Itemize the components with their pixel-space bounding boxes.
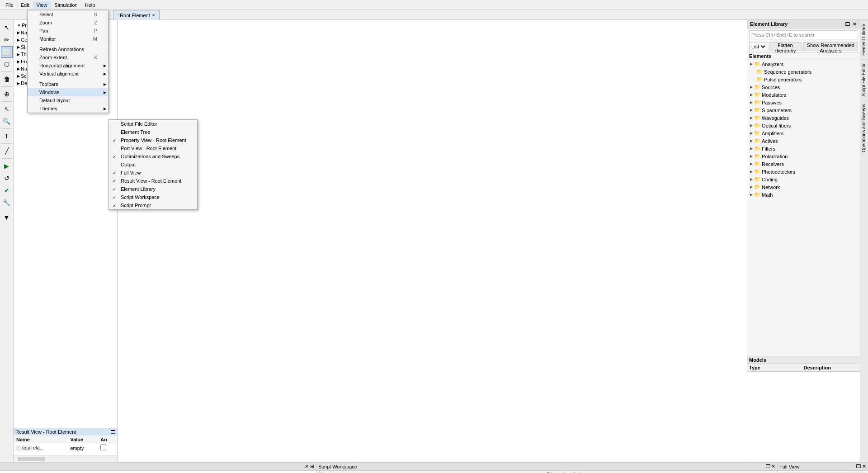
menu-script-file-editor[interactable]: Script File Editor: [109, 120, 197, 128]
elem-waveguides[interactable]: ▶📁Waveguides: [747, 114, 860, 122]
flatten-hierarchy-btn[interactable]: Flatten Hierarchy: [769, 42, 802, 51]
menu-simulation[interactable]: Simulation: [51, 1, 81, 9]
design-canvas[interactable]: [118, 20, 747, 462]
search-input[interactable]: [749, 30, 858, 39]
menu-element-tree[interactable]: Element Tree: [109, 128, 197, 136]
tab-close-btn[interactable]: ✕: [152, 13, 156, 18]
models-col-description: Description: [804, 365, 859, 370]
elem-math[interactable]: ▶📁Math: [747, 191, 860, 199]
models-label: Models: [747, 356, 860, 364]
zoom-icon[interactable]: 🔍: [1, 115, 13, 127]
menu-monitor[interactable]: Monitor M: [28, 35, 108, 43]
menu-themes[interactable]: Themes: [28, 104, 108, 113]
elem-actives[interactable]: ▶📁Actives: [747, 137, 860, 145]
elem-optical-fibers[interactable]: ▶📁Optical fibers: [747, 122, 860, 129]
restore-prompt-btn[interactable]: ⊞: [310, 464, 314, 469]
elem-receivers[interactable]: ▶📁Receivers: [747, 160, 860, 168]
menu-full-view[interactable]: ✓ Full View: [109, 169, 197, 177]
menu-help[interactable]: Help: [81, 1, 99, 9]
menu-script-workspace[interactable]: ✓ Script Workspace: [109, 193, 197, 201]
elem-photodetectors[interactable]: ▶📁Photodetectors: [747, 168, 860, 175]
menu-select[interactable]: Select S: [28, 10, 108, 19]
menu-zoom[interactable]: Zoom Z: [28, 19, 108, 27]
tab-bar: ::Root Element ✕: [0, 10, 868, 20]
models-table-header: Type Description: [747, 364, 860, 372]
elem-passives[interactable]: ▶📁Passives: [747, 99, 860, 106]
elem-analyzers[interactable]: ▶📁Analyzers: [747, 60, 860, 68]
script-prompt-controls: ✕ ⊞: [305, 464, 314, 469]
menu-vert-align[interactable]: Vertical alignment: [28, 70, 108, 78]
menu-port-view[interactable]: Port View - Root Element: [109, 144, 197, 152]
menu-toolbars[interactable]: Toolbars: [28, 80, 108, 88]
elem-network[interactable]: ▶📁Network: [747, 183, 860, 191]
menu-script-prompt[interactable]: ✓ Script Prompt: [109, 201, 197, 209]
view-mode-select[interactable]: List: [749, 42, 767, 51]
select-box-icon[interactable]: ⬜: [1, 46, 13, 58]
vert-tab-script-editor[interactable]: Script File Editor: [860, 59, 868, 100]
menu-horiz-align[interactable]: Horizontal alignment: [28, 61, 108, 70]
menu-property-view[interactable]: ✓ Property View - Root Element: [109, 136, 197, 144]
vert-tab-operations[interactable]: Operations and Sweeps: [860, 100, 868, 156]
element-library-header: Element Library 🗖 ✕: [747, 20, 860, 28]
close-fullview-btn[interactable]: ✕: [862, 464, 866, 469]
result-table: Name Value An ⬡ total ela... empty: [14, 435, 117, 453]
close-library-btn[interactable]: ✕: [852, 22, 857, 27]
menu-element-library[interactable]: ✓ Element Library: [109, 185, 197, 193]
down-arrow-icon[interactable]: ▼: [1, 212, 13, 223]
full-view-header: Full View 🗖 ✕: [778, 463, 868, 471]
horizontal-scrollbar[interactable]: [14, 455, 117, 462]
script-prompt-body[interactable]: >: [0, 471, 316, 473]
script-prompt-header: ✕ ⊞: [0, 463, 316, 471]
close-prompt-btn[interactable]: ✕: [305, 464, 309, 469]
full-view-title: Full View: [779, 464, 799, 469]
elem-pulse-gen[interactable]: 📁Pulse generators: [747, 76, 860, 83]
wrench-icon[interactable]: 🔧: [1, 197, 13, 208]
left-toolbar: ↖ ✏ ⬜ ⬡ 🗑 ⊕ ↖ 🔍 T ╱ ▶ ↺ ✔ 🔧 ▼: [0, 20, 14, 462]
result-cell-name: ⬡ total ela...: [14, 444, 67, 452]
menu-file[interactable]: File: [2, 1, 17, 9]
draw-icon[interactable]: ✏: [1, 34, 13, 46]
elem-sources[interactable]: ▶📁Sources: [747, 83, 860, 91]
elem-polarization[interactable]: ▶📁Polarization: [747, 152, 860, 160]
result-view-controls[interactable]: 🗖: [110, 429, 115, 435]
menu-output[interactable]: Output: [109, 161, 197, 169]
menu-result-view[interactable]: ✓ Result View - Root Element: [109, 177, 197, 185]
elem-filters[interactable]: ▶📁Filters: [747, 145, 860, 152]
menu-refresh-annotations[interactable]: Refresh Annotations: [28, 45, 108, 53]
pointer-tool-icon[interactable]: ↖: [1, 22, 13, 33]
delete-icon[interactable]: 🗑: [1, 73, 13, 85]
elem-seq-gen[interactable]: 📁Sequence generators: [747, 68, 860, 76]
show-recommended-btn[interactable]: Show Recommended Analyzers: [803, 42, 858, 51]
result-checkbox[interactable]: [100, 445, 106, 450]
full-view-body: [778, 471, 868, 473]
restore-workspace-btn[interactable]: 🗖: [765, 464, 770, 469]
close-workspace-btn[interactable]: ✕: [771, 464, 775, 469]
menu-view[interactable]: View: [33, 1, 51, 9]
restore-btn[interactable]: 🗖: [844, 22, 851, 27]
result-row: ⬡ total ela... empty: [14, 444, 116, 452]
text-icon[interactable]: T: [1, 130, 13, 142]
check-script-icon[interactable]: ✔: [1, 184, 13, 196]
elem-amplifiers[interactable]: ▶📁Amplifiers: [747, 129, 860, 137]
arrow-select-icon[interactable]: ↖: [1, 103, 13, 115]
crosshair-icon[interactable]: ⊕: [1, 88, 13, 100]
elem-coding[interactable]: ▶📁Coding: [747, 175, 860, 183]
run-icon[interactable]: ▶: [1, 160, 13, 172]
element-library-panel: Element Library 🗖 ✕ List Flatten Hierarc…: [747, 20, 860, 462]
vert-tab-element-library[interactable]: Element Library: [860, 20, 868, 59]
shape-icon[interactable]: ⬡: [1, 58, 13, 70]
menu-default-layout[interactable]: Default layout: [28, 96, 108, 104]
cycle-icon[interactable]: ↺: [1, 172, 13, 184]
tab-root-element[interactable]: ::Root Element ✕: [113, 10, 160, 20]
menu-zoom-extent[interactable]: Zoom extent X: [28, 53, 108, 61]
models-body: [747, 372, 860, 462]
line-icon[interactable]: ╱: [1, 145, 13, 157]
elem-sparams[interactable]: ▶📁S parameters: [747, 106, 860, 114]
tab-label: ::Root Element: [117, 13, 150, 18]
menu-opt-sweeps[interactable]: ✓ Optimizations and Sweeps: [109, 152, 197, 161]
menu-pan[interactable]: Pan P: [28, 27, 108, 35]
menu-windows[interactable]: Windows: [28, 88, 108, 96]
elem-modulators[interactable]: ▶📁Modulators: [747, 91, 860, 99]
menu-edit[interactable]: Edit: [17, 1, 33, 9]
restore-fullview-btn[interactable]: 🗖: [856, 464, 861, 469]
